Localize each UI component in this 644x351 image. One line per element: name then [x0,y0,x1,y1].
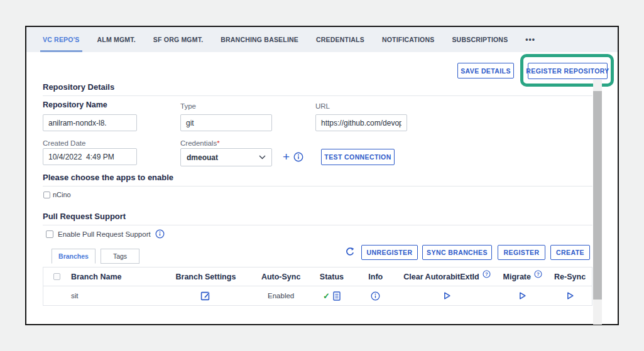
chevron-down-icon [259,155,266,159]
status-check-icon: ✓ [323,291,330,301]
credentials-select[interactable]: dmeouat [180,148,272,166]
tab-notifications[interactable]: NOTIFICATIONS [382,27,434,52]
pull-request-heading: Pull Request Support [43,212,126,221]
type-input[interactable] [180,114,272,131]
col-branch-name: Branch Name [71,273,159,281]
col-status: Status [309,273,354,281]
branch-name-cell: sit [71,292,159,300]
unregister-button[interactable]: UNREGISTER [361,245,418,260]
tab-branching-baseline[interactable]: BRANCHING BASELINE [221,27,298,52]
register-repository-button[interactable]: REGISTER REPOSITORY [528,63,608,79]
table-header-row: Branch Name Branch Settings Auto-Sync St… [43,267,592,286]
enable-pr-checkbox-label: Enable Pull Request Support [58,230,151,238]
enable-pr-checkbox-row: Enable Pull Request Support [46,229,165,239]
required-asterisk: * [217,139,219,147]
svg-text:?: ? [485,271,488,277]
url-input[interactable] [315,114,407,131]
col-clear-autorabitextid: Clear AutorabitExtId ? [397,273,498,281]
enable-pr-info-icon[interactable] [155,229,165,239]
credentials-label: Credentials* [180,139,220,147]
section-divider [43,186,592,186]
clear-autorabitextid-run-icon[interactable] [443,291,451,300]
created-date-input[interactable] [43,148,137,165]
url-label: URL [315,102,330,110]
scrollbar-track[interactable] [593,80,602,325]
ncino-checkbox[interactable] [43,192,50,198]
col-auto-sync: Auto-Sync [253,273,309,281]
register-button[interactable]: REGISTER [498,245,545,260]
branches-table: Branch Name Branch Settings Auto-Sync St… [43,267,592,306]
ncino-checkbox-row: nCino [43,191,71,198]
enable-pr-checkbox[interactable] [46,230,53,238]
section-divider [43,95,592,96]
col-branch-settings: Branch Settings [159,273,253,281]
scrollbar-thumb[interactable] [593,91,602,300]
test-connection-button[interactable]: TEST CONNECTION [321,149,395,165]
sync-branches-button[interactable]: SYNC BRANCHES [422,245,492,260]
settings-panel: VC REPO'S ALM MGMT. SF ORG MGMT. BRANCHI… [25,26,619,325]
tab-vc-repos[interactable]: VC REPO'S [43,27,80,52]
type-label: Type [180,102,196,110]
col-re-sync: Re-Sync [548,273,592,281]
add-credential-icon[interactable]: + [283,151,290,163]
created-date-label: Created Date [43,139,85,147]
branch-info-icon[interactable] [371,291,380,301]
repository-name-label: Repository Name [43,100,107,109]
edit-branch-settings-icon[interactable] [200,291,210,301]
help-icon[interactable]: ? [534,270,542,278]
re-sync-run-icon[interactable] [566,291,574,300]
tags-tab[interactable]: Tags [101,249,139,264]
repository-name-input[interactable] [43,114,137,131]
refresh-icon[interactable] [345,247,355,257]
credentials-selected-value: dmeouat [187,153,218,162]
select-all-checkbox[interactable] [53,273,60,280]
branches-tab[interactable]: Branches [52,249,96,264]
credentials-info-icon[interactable] [293,152,303,162]
migrate-run-icon[interactable] [518,291,527,300]
section-divider [43,225,592,225]
col-info: Info [354,273,397,281]
ncino-checkbox-label: nCino [53,191,71,198]
tab-alm-mgmt[interactable]: ALM MGMT. [97,27,136,52]
help-icon[interactable]: ? [483,270,491,278]
svg-text:?: ? [537,271,540,277]
tab-credentials[interactable]: CREDENTIALS [316,27,364,52]
create-button[interactable]: CREATE [550,245,590,260]
table-row: sit Enabled ✓ [43,286,592,305]
more-tabs-icon[interactable]: ••• [525,35,535,44]
auto-sync-cell: Enabled [253,292,309,300]
tab-subscriptions[interactable]: SUBSCRIPTIONS [452,27,508,52]
save-details-button[interactable]: SAVE DETAILS [457,63,514,78]
top-tab-bar: VC REPO'S ALM MGMT. SF ORG MGMT. BRANCHI… [26,27,618,52]
status-log-icon[interactable] [333,291,341,301]
col-migrate: Migrate ? [497,273,548,281]
apps-section-heading: Please choose the apps to enable [43,173,173,182]
tab-sf-org-mgmt[interactable]: SF ORG MGMT. [153,27,203,52]
repository-details-heading: Repository Details [43,82,114,92]
